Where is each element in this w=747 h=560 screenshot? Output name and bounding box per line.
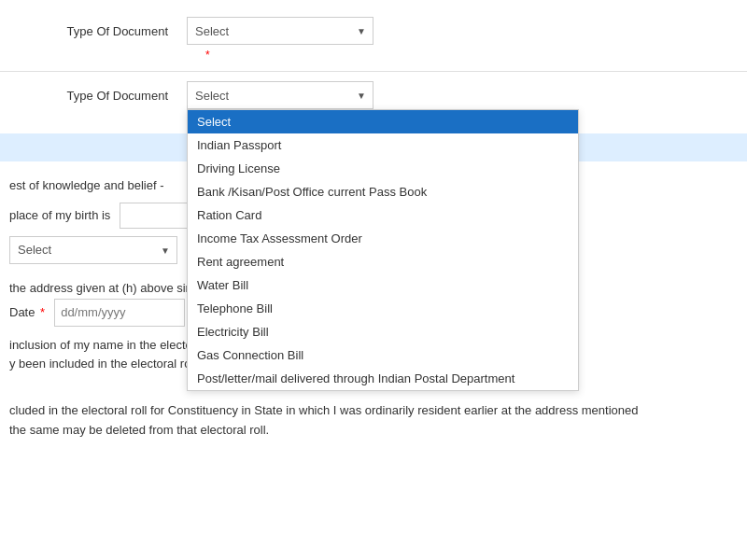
- dropdown-item-rent[interactable]: Rent agreement: [188, 250, 578, 273]
- address-since-text: the address given at (h) above since: [9, 281, 205, 295]
- top-required-star: *: [205, 49, 728, 62]
- dropdown-item-gas[interactable]: Gas Connection Bill: [188, 343, 578, 367]
- dropdown-item-telephone[interactable]: Telephone Bill: [188, 297, 578, 320]
- dropdown-item-electricity[interactable]: Electricity Bill: [188, 320, 578, 343]
- top-doc-row: Type Of Document Select ▼: [19, 17, 728, 45]
- dropdown-item-water[interactable]: Water Bill: [188, 273, 578, 297]
- top-section: Type Of Document Select ▼ *: [0, 0, 747, 72]
- dropdown-item-income-tax[interactable]: Income Tax Assessment Order: [188, 227, 578, 250]
- dropdown-list: Select Indian Passport Driving License B…: [187, 109, 579, 391]
- top-doc-select[interactable]: Select: [187, 17, 374, 45]
- dropdown-item-postal[interactable]: Post/letter/mail delivered through India…: [188, 367, 578, 390]
- second-doc-select[interactable]: Select: [187, 81, 374, 109]
- second-doc-dropdown-container: Select ▼ Select Indian Passport Driving …: [187, 81, 374, 109]
- dropdown-item-select[interactable]: Select: [188, 110, 578, 133]
- top-doc-label: Type Of Document: [19, 24, 187, 38]
- date-input[interactable]: [54, 299, 185, 327]
- page-wrapper: Type Of Document Select ▼ * Type Of Docu…: [0, 0, 747, 560]
- small-select-wrapper: Select ▼: [9, 236, 177, 264]
- dropdown-item-ration[interactable]: Ration Card: [188, 203, 578, 227]
- place-birth-label: place of my birth is: [9, 208, 110, 222]
- dropdown-item-passport[interactable]: Indian Passport: [188, 133, 578, 157]
- bottom-line3: cluded in the electoral roll for Constit…: [9, 401, 738, 421]
- second-doc-row: Type Of Document Select ▼ Select Indian …: [19, 81, 728, 109]
- dropdown-item-driving[interactable]: Driving License: [188, 157, 578, 180]
- dropdown-item-bank[interactable]: Bank /Kisan/Post Office current Pass Boo…: [188, 180, 578, 203]
- second-select-wrapper: Select ▼: [187, 81, 374, 109]
- bottom-line4: the same may be deleted from that electo…: [9, 421, 738, 441]
- second-doc-label: Type Of Document: [19, 89, 187, 103]
- date-label: Date *: [9, 305, 45, 319]
- state-select[interactable]: Select: [9, 236, 177, 264]
- second-doc-area: Type Of Document Select ▼ Select Indian …: [0, 72, 747, 126]
- top-select-wrapper: Select ▼: [187, 17, 374, 45]
